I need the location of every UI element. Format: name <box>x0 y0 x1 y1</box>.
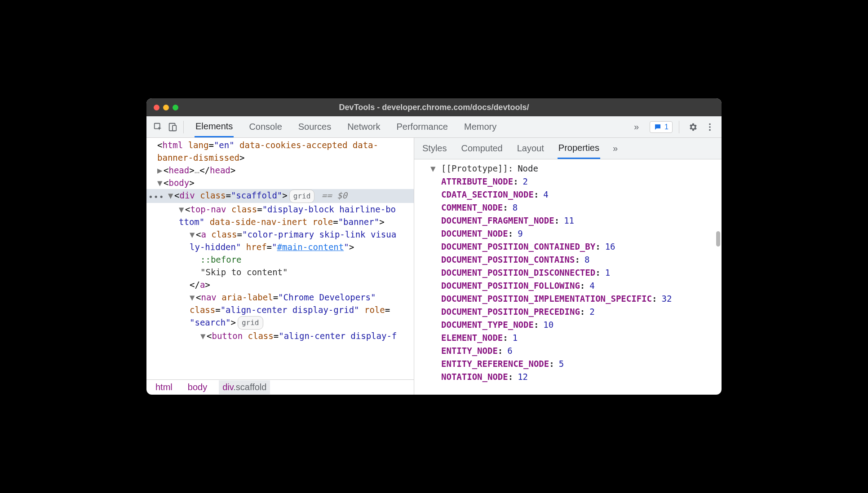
property-row[interactable]: DOCUMENT_TYPE_NODE:10 <box>414 318 722 331</box>
properties-pane[interactable]: ▼[[Prototype]]: NodeATTRIBUTE_NODE:2CDAT… <box>414 159 722 395</box>
close-window-button[interactable] <box>154 105 159 110</box>
property-row[interactable]: NOTATION_NODE:12 <box>414 370 722 383</box>
issues-count: 1 <box>664 123 669 131</box>
toolbar: ElementsConsoleSourcesNetworkPerformance… <box>146 116 722 138</box>
sidebar-panel: StylesComputedLayoutProperties» ▼[[Proto… <box>414 138 722 395</box>
dom-node[interactable]: </a> <box>146 278 414 291</box>
property-row[interactable]: ▼[[Prototype]]: Node <box>414 162 722 175</box>
dom-tree[interactable]: <html lang="en" data-cookies-accepted da… <box>146 138 414 379</box>
tabs-overflow-icon[interactable]: » <box>634 122 639 132</box>
content: <html lang="en" data-cookies-accepted da… <box>146 138 722 395</box>
breadcrumb-item[interactable]: body <box>184 380 211 394</box>
property-row[interactable]: ATTRIBUTE_NODE:2 <box>414 175 722 188</box>
property-row[interactable]: COMMENT_NODE:8 <box>414 201 722 214</box>
dom-node[interactable]: "search">grid <box>146 316 414 330</box>
dom-node[interactable]: ▼<top-nav class="display-block hairline-… <box>146 203 414 216</box>
window-title: DevTools - developer.chrome.com/docs/dev… <box>146 103 722 112</box>
dom-node[interactable]: ▼<a class="color-primary skip-link visua <box>146 228 414 241</box>
tab-memory[interactable]: Memory <box>463 117 497 136</box>
dom-node[interactable]: •••▼<div class="scaffold">grid == $0 <box>146 189 414 203</box>
property-row[interactable]: ENTITY_REFERENCE_NODE:5 <box>414 357 722 370</box>
dom-node[interactable]: ttom" data-side-nav-inert role="banner"> <box>146 216 414 228</box>
dom-node[interactable]: ▼<button class="align-center display-f <box>146 330 414 342</box>
main-tabs: ElementsConsoleSourcesNetworkPerformance… <box>195 117 634 137</box>
tab-sources[interactable]: Sources <box>297 117 332 136</box>
property-row[interactable]: DOCUMENT_POSITION_CONTAINED_BY:16 <box>414 240 722 253</box>
breadcrumbs: htmlbodydiv.scaffold <box>146 379 414 395</box>
zoom-window-button[interactable] <box>173 105 178 110</box>
sidebar-tabs-overflow-icon[interactable]: » <box>613 143 618 154</box>
issues-button[interactable]: 1 <box>650 121 673 133</box>
property-row[interactable]: DOCUMENT_NODE:9 <box>414 227 722 240</box>
property-row[interactable]: DOCUMENT_POSITION_IMPLEMENTATION_SPECIFI… <box>414 292 722 305</box>
dom-node[interactable]: banner-dismissed> <box>146 151 414 164</box>
toolbar-separator <box>679 121 679 133</box>
traffic-lights <box>146 105 178 110</box>
dom-node[interactable]: ▶<head>…</head> <box>146 164 414 176</box>
breadcrumb-item[interactable]: div.scaffold <box>219 380 270 394</box>
property-row[interactable]: DOCUMENT_POSITION_DISCONNECTED:1 <box>414 266 722 279</box>
tab-performance[interactable]: Performance <box>396 117 449 136</box>
dom-node[interactable]: "Skip to content" <box>146 266 414 278</box>
tab-network[interactable]: Network <box>346 117 381 136</box>
dom-node[interactable]: ly-hidden" href="#main-content"> <box>146 241 414 253</box>
device-toolbar-icon[interactable] <box>165 120 180 134</box>
property-row[interactable]: DOCUMENT_POSITION_FOLLOWING:4 <box>414 279 722 292</box>
property-row[interactable]: DOCUMENT_POSITION_PRECEDING:2 <box>414 305 722 318</box>
sidebar-tabs: StylesComputedLayoutProperties» <box>414 138 722 159</box>
minimize-window-button[interactable] <box>163 105 169 110</box>
kebab-menu-icon[interactable] <box>703 120 717 134</box>
toolbar-separator <box>183 121 184 133</box>
property-row[interactable]: ELEMENT_NODE:1 <box>414 331 722 344</box>
sidebar-tab-layout[interactable]: Layout <box>516 139 545 158</box>
devtools-window: DevTools - developer.chrome.com/docs/dev… <box>146 98 722 395</box>
property-row[interactable]: ENTITY_NODE:6 <box>414 344 722 357</box>
svg-point-4 <box>709 126 711 128</box>
dom-node[interactable]: ▼<nav aria-label="Chrome Developers" <box>146 291 414 304</box>
property-row[interactable]: DOCUMENT_POSITION_CONTAINS:8 <box>414 253 722 266</box>
sidebar-tab-computed[interactable]: Computed <box>460 139 503 158</box>
dom-node[interactable]: ::before <box>146 253 414 266</box>
breadcrumb-item[interactable]: html <box>152 380 176 394</box>
tab-console[interactable]: Console <box>248 117 283 136</box>
svg-point-3 <box>709 123 711 125</box>
dom-node[interactable]: class="align-center display-grid" role= <box>146 304 414 316</box>
property-row[interactable]: DOCUMENT_FRAGMENT_NODE:11 <box>414 214 722 227</box>
sidebar-tab-properties[interactable]: Properties <box>558 138 600 159</box>
svg-rect-2 <box>173 125 176 131</box>
titlebar[interactable]: DevTools - developer.chrome.com/docs/dev… <box>146 98 722 116</box>
dom-node[interactable]: ▼<body> <box>146 176 414 189</box>
toolbar-right: 1 <box>650 120 717 134</box>
sidebar-tab-styles[interactable]: Styles <box>421 139 447 158</box>
scrollbar-thumb[interactable] <box>716 231 720 246</box>
svg-point-5 <box>709 129 711 131</box>
inspect-element-icon[interactable] <box>151 120 165 134</box>
elements-panel: <html lang="en" data-cookies-accepted da… <box>146 138 414 395</box>
dom-node[interactable]: <html lang="en" data-cookies-accepted da… <box>146 139 414 151</box>
property-row[interactable]: CDATA_SECTION_NODE:4 <box>414 188 722 201</box>
settings-icon[interactable] <box>686 120 700 134</box>
tab-elements[interactable]: Elements <box>195 117 234 137</box>
chat-icon <box>654 123 662 131</box>
